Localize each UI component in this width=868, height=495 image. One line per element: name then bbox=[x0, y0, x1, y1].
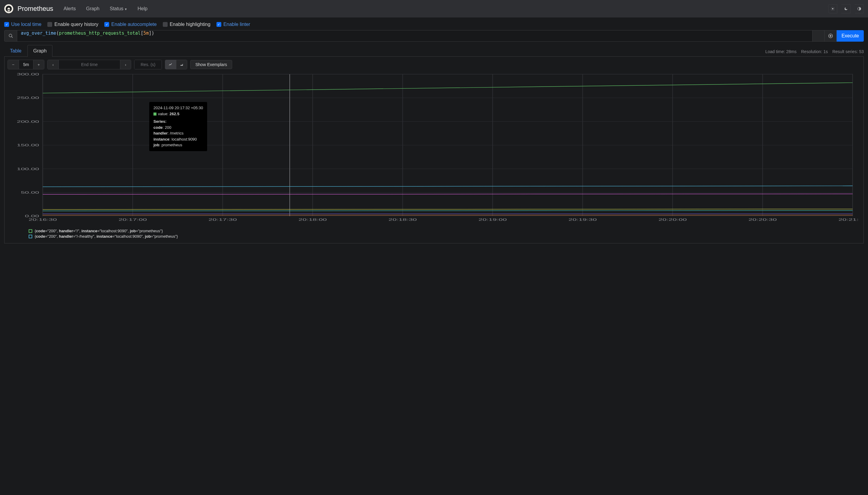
checkbox-icon: ✓ bbox=[104, 22, 109, 27]
svg-text:300.00: 300.00 bbox=[17, 72, 39, 76]
svg-line-46 bbox=[43, 186, 853, 187]
time-prev-button[interactable]: ‹ bbox=[48, 60, 58, 69]
option-local-time[interactable]: ✓ Use local time bbox=[4, 22, 41, 27]
chevron-down-icon: ▼ bbox=[124, 7, 127, 11]
range-increase-button[interactable]: + bbox=[33, 60, 44, 69]
svg-text:20:20:30: 20:20:30 bbox=[748, 218, 777, 222]
range-input[interactable] bbox=[19, 60, 33, 69]
svg-text:50.00: 50.00 bbox=[21, 190, 39, 194]
execute-button[interactable]: Execute bbox=[837, 30, 864, 41]
range-stepper: − + bbox=[7, 60, 44, 69]
legend: {code="200", handler="/", instance="loca… bbox=[4, 226, 864, 243]
chart-mode-group bbox=[165, 60, 187, 69]
brand-title: Prometheus bbox=[17, 5, 53, 13]
view-tabs: Table Graph Load time: 28ms Resolution: … bbox=[4, 45, 864, 57]
theme-contrast-icon[interactable] bbox=[855, 4, 864, 13]
checkbox-icon: ✓ bbox=[216, 22, 221, 27]
svg-line-48 bbox=[43, 209, 853, 210]
range-decrease-button[interactable]: − bbox=[8, 60, 19, 69]
tab-graph[interactable]: Graph bbox=[28, 45, 52, 57]
svg-text:20:20:00: 20:20:00 bbox=[658, 218, 687, 222]
legend-swatch bbox=[29, 229, 32, 233]
tooltip-series-header: Series: bbox=[154, 119, 203, 124]
checkbox-icon: ✓ bbox=[4, 22, 9, 27]
svg-line-45 bbox=[43, 83, 853, 93]
nav-help[interactable]: Help bbox=[135, 4, 150, 14]
svg-text:200.00: 200.00 bbox=[17, 119, 39, 123]
svg-text:20:17:30: 20:17:30 bbox=[209, 218, 237, 222]
graph-panel: − + ‹ › Show Exemplars bbox=[4, 57, 864, 243]
svg-point-8 bbox=[830, 35, 831, 36]
svg-text:20:17:00: 20:17:00 bbox=[119, 218, 147, 222]
query-options: ✓ Use local time Enable query history ✓ … bbox=[4, 22, 864, 27]
option-autocomplete[interactable]: ✓ Enable autocomplete bbox=[104, 22, 157, 27]
theme-dark-icon[interactable] bbox=[842, 4, 851, 13]
option-query-history[interactable]: Enable query history bbox=[47, 22, 98, 27]
option-linter[interactable]: ✓ Enable linter bbox=[216, 22, 250, 27]
theme-light-icon[interactable] bbox=[828, 4, 837, 13]
expression-help-button[interactable] bbox=[825, 30, 837, 41]
svg-text:20:18:00: 20:18:00 bbox=[299, 218, 327, 222]
resolution-input[interactable] bbox=[135, 60, 162, 69]
resolution-group bbox=[134, 60, 162, 69]
stacked-chart-mode-button[interactable] bbox=[176, 60, 187, 69]
checkbox-icon bbox=[47, 22, 52, 27]
nav-graph[interactable]: Graph bbox=[83, 4, 103, 14]
legend-label: {code="200", handler="/", instance="loca… bbox=[35, 229, 163, 233]
format-expression-button[interactable] bbox=[813, 30, 825, 41]
svg-text:150.00: 150.00 bbox=[17, 143, 39, 147]
time-next-button[interactable]: › bbox=[120, 60, 131, 69]
svg-text:20:19:00: 20:19:00 bbox=[478, 218, 507, 222]
svg-point-3 bbox=[832, 8, 834, 10]
meta-load-time: Load time: 28ms bbox=[765, 49, 797, 56]
legend-item[interactable]: {code="200", handler="/-/healthy", insta… bbox=[29, 234, 864, 239]
svg-text:20:16:30: 20:16:30 bbox=[29, 218, 57, 222]
tooltip-timestamp: 2024-11-09 20:17:32 +05:30 bbox=[154, 105, 203, 111]
nav-status[interactable]: Status▼ bbox=[107, 4, 130, 14]
svg-text:20:18:30: 20:18:30 bbox=[389, 218, 417, 222]
svg-point-2 bbox=[7, 11, 10, 12]
time-stepper: ‹ › bbox=[47, 60, 131, 69]
navbar: Prometheus Alerts Graph Status▼ Help bbox=[0, 0, 868, 17]
legend-label: {code="200", handler="/-/healthy", insta… bbox=[35, 234, 178, 239]
svg-point-5 bbox=[9, 34, 12, 37]
checkbox-icon bbox=[163, 22, 167, 27]
line-chart-mode-button[interactable] bbox=[165, 60, 176, 69]
option-highlighting[interactable]: Enable highlighting bbox=[163, 22, 210, 27]
legend-item[interactable]: {code="200", handler="/", instance="loca… bbox=[29, 229, 864, 233]
svg-text:20:21:00: 20:21:00 bbox=[838, 218, 858, 222]
svg-line-47 bbox=[43, 194, 853, 194]
end-time-input[interactable] bbox=[58, 60, 120, 69]
legend-swatch bbox=[29, 235, 32, 238]
svg-line-6 bbox=[12, 36, 13, 38]
svg-line-49 bbox=[43, 210, 853, 211]
svg-rect-1 bbox=[7, 10, 10, 11]
query-bar: avg_over_time(prometheus_http_requests_t… bbox=[4, 30, 864, 41]
graph-toolbar: − + ‹ › Show Exemplars bbox=[4, 57, 864, 72]
meta-series: Result series: 53 bbox=[832, 49, 864, 56]
tab-table[interactable]: Table bbox=[4, 45, 27, 57]
svg-text:100.00: 100.00 bbox=[17, 167, 39, 171]
chart-tooltip: 2024-11-09 20:17:32 +05:30 value: 262.5 … bbox=[149, 102, 207, 151]
tooltip-swatch bbox=[154, 113, 157, 116]
chart[interactable]: 0.0050.00100.00150.00200.00250.00300.002… bbox=[4, 72, 864, 226]
metrics-explorer-button[interactable] bbox=[4, 30, 17, 41]
expression-input[interactable]: avg_over_time(prometheus_http_requests_t… bbox=[17, 30, 813, 41]
svg-text:250.00: 250.00 bbox=[17, 96, 39, 100]
nav-alerts[interactable]: Alerts bbox=[60, 4, 79, 14]
prometheus-logo bbox=[4, 4, 13, 13]
show-exemplars-button[interactable]: Show Exemplars bbox=[190, 60, 232, 69]
svg-text:20:19:30: 20:19:30 bbox=[568, 218, 597, 222]
meta-resolution: Resolution: 1s bbox=[801, 49, 828, 56]
